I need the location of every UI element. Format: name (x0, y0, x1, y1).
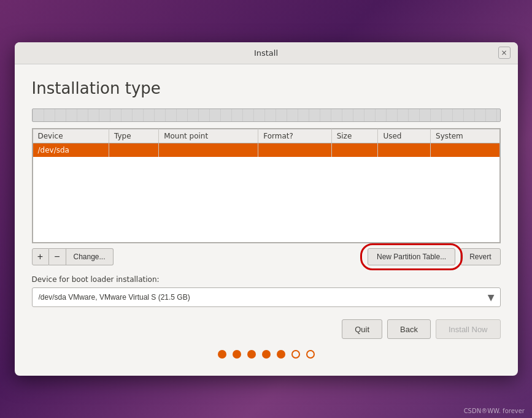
dot-3 (247, 350, 256, 359)
dot-5 (277, 350, 285, 359)
boot-device-select[interactable]: /dev/sda VMware, VMware Virtual S (21.5 … (32, 287, 501, 307)
dot-1 (218, 350, 226, 359)
col-system: System (431, 129, 499, 143)
dot-7 (306, 350, 315, 359)
empty-table-area (33, 157, 499, 243)
install-now-button[interactable]: Install Now (436, 319, 501, 339)
disk-visualization (32, 108, 501, 122)
page-title: Installation type (32, 79, 501, 97)
col-device: Device (33, 129, 109, 143)
cell-mount (159, 143, 258, 157)
add-partition-button[interactable]: + (32, 248, 49, 265)
dot-2 (233, 350, 241, 359)
revert-button[interactable]: Revert (460, 248, 500, 265)
cell-size (331, 143, 378, 157)
new-partition-table-button[interactable]: New Partition Table... (368, 248, 455, 265)
dot-4 (262, 350, 271, 359)
titlebar: Install × (15, 42, 518, 64)
quit-button[interactable]: Quit (342, 319, 382, 339)
content-area: Installation type Device Type Mount poin… (15, 64, 518, 376)
cell-used (378, 143, 431, 157)
dot-6 (291, 350, 300, 359)
window-title: Install (254, 48, 278, 58)
footer-buttons: Quit Back Install Now (32, 319, 501, 339)
col-size: Size (331, 129, 378, 143)
cell-device: /dev/sda (33, 143, 109, 157)
new-partition-wrapper: New Partition Table... (368, 248, 455, 265)
action-bar: + − Change... New Partition Table... Rev… (32, 248, 501, 265)
boot-select-wrapper: /dev/sda VMware, VMware Virtual S (21.5 … (32, 287, 501, 307)
col-used: Used (378, 129, 431, 143)
cell-type (109, 143, 159, 157)
remove-partition-button[interactable]: − (49, 248, 66, 265)
col-format: Format? (258, 129, 332, 143)
partition-table: Device Type Mount point Format? Size Use… (33, 129, 500, 243)
col-mount: Mount point (159, 129, 258, 143)
back-button[interactable]: Back (387, 319, 431, 339)
partition-table-wrapper: Device Type Mount point Format? Size Use… (32, 128, 501, 244)
cell-format (258, 143, 332, 157)
install-window: Install × Installation type Device Type … (15, 42, 518, 376)
change-button[interactable]: Change... (66, 248, 114, 265)
progress-dots (32, 350, 501, 363)
right-action-buttons: New Partition Table... Revert (368, 248, 501, 265)
watermark: CSDN®WW. forever (464, 408, 525, 414)
cell-system (431, 143, 499, 157)
col-type: Type (109, 129, 159, 143)
table-row[interactable]: /dev/sda (33, 143, 499, 157)
boot-label: Device for boot loader installation: (32, 275, 501, 284)
close-button[interactable]: × (498, 47, 511, 59)
